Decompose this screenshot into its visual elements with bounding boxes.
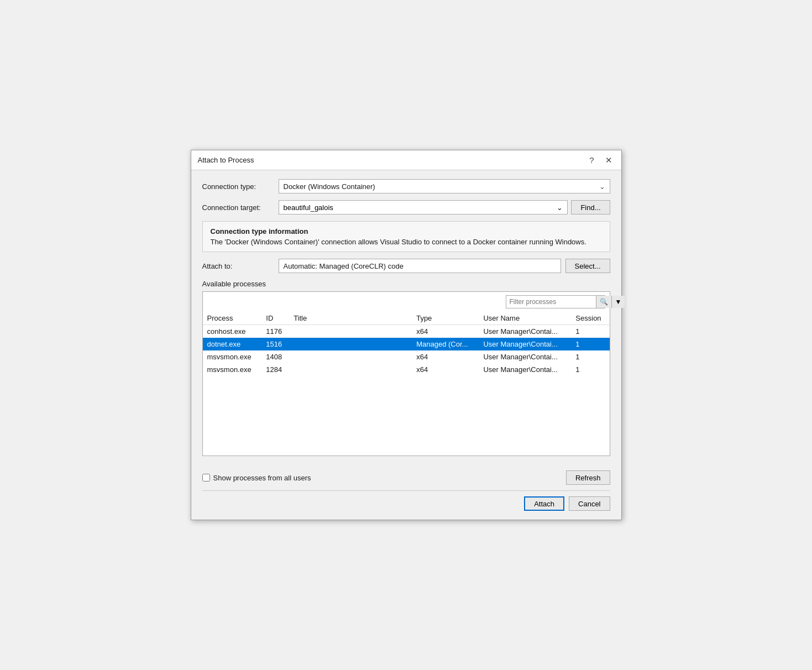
filter-search-button[interactable]: 🔍 <box>596 296 611 308</box>
filter-input-wrap[interactable]: 🔍 ▼ <box>506 295 605 308</box>
cell-session: 1 <box>571 338 609 350</box>
cell-username: User Manager\Contai... <box>479 325 571 338</box>
find-button[interactable]: Find... <box>571 200 610 214</box>
connection-target-input[interactable]: ⌄ <box>279 200 568 214</box>
cell-title <box>289 338 412 350</box>
table-row[interactable]: dotnet.exe 1516 Managed (Cor... User Man… <box>203 338 610 350</box>
footer-buttons: Attach Cancel <box>191 491 621 520</box>
cell-id: 1516 <box>261 338 289 350</box>
title-bar: Attach to Process ? ✕ <box>191 150 621 170</box>
connection-target-label: Connection target: <box>202 203 274 212</box>
connection-type-label: Connection type: <box>202 182 274 191</box>
cell-session: 1 <box>571 363 609 376</box>
col-session: Session <box>571 312 609 325</box>
available-processes-section: Available processes 🔍 ▼ Process <box>202 280 610 456</box>
cell-session: 1 <box>571 350 609 363</box>
col-id: ID <box>261 312 289 325</box>
chevron-down-icon: ⌄ <box>599 182 605 191</box>
connection-type-select[interactable]: Docker (Windows Container) ⌄ <box>279 179 610 193</box>
cell-type: x64 <box>412 363 479 376</box>
cell-id: 1176 <box>261 325 289 338</box>
cell-type: Managed (Cor... <box>412 338 479 350</box>
connection-target-row: Connection target: ⌄ Find... <box>202 200 610 214</box>
col-type: Type <box>412 312 479 325</box>
refresh-button[interactable]: Refresh <box>566 470 610 485</box>
connection-target-field[interactable] <box>284 203 557 212</box>
show-all-users-checkbox[interactable] <box>202 474 210 481</box>
cell-title <box>289 325 412 338</box>
dialog-title: Attach to Process <box>198 156 254 164</box>
connection-type-row: Connection type: Docker (Windows Contain… <box>202 179 610 193</box>
cell-process: msvsmon.exe <box>203 350 262 363</box>
cell-process: msvsmon.exe <box>203 363 262 376</box>
select-button[interactable]: Select... <box>565 259 610 273</box>
cell-username: User Manager\Contai... <box>479 350 571 363</box>
processes-container: 🔍 ▼ Process ID Title Type Use <box>202 291 610 456</box>
show-all-users-label[interactable]: Show processes from all users <box>213 474 311 482</box>
cell-title <box>289 363 412 376</box>
col-title: Title <box>289 312 412 325</box>
cancel-button[interactable]: Cancel <box>569 496 610 511</box>
table-row[interactable]: msvsmon.exe 1284 x64 User Manager\Contai… <box>203 363 610 376</box>
dropdown-arrow-icon: ⌄ <box>557 203 563 212</box>
cell-session: 1 <box>571 325 609 338</box>
table-row[interactable]: msvsmon.exe 1408 x64 User Manager\Contai… <box>203 350 610 363</box>
process-table-container: Process ID Title Type User Name Session … <box>203 312 610 456</box>
connection-info-text: The 'Docker (Windows Container)' connect… <box>211 238 602 246</box>
dialog-body: Connection type: Docker (Windows Contain… <box>191 170 621 465</box>
cell-process: conhost.exe <box>203 325 262 338</box>
cell-username: User Manager\Contai... <box>479 363 571 376</box>
cell-type: x64 <box>412 350 479 363</box>
cell-username: User Manager\Contai... <box>479 338 571 350</box>
cell-id: 1284 <box>261 363 289 376</box>
cell-type: x64 <box>412 325 479 338</box>
bottom-row: Show processes from all users Refresh <box>191 465 621 490</box>
filter-row: 🔍 ▼ <box>203 292 610 312</box>
attach-to-row: Attach to: Automatic: Managed (CoreCLR) … <box>202 259 610 273</box>
attach-button[interactable]: Attach <box>524 496 564 511</box>
cell-process: dotnet.exe <box>203 338 262 350</box>
attach-to-process-dialog: Attach to Process ? ✕ Connection type: D… <box>191 150 622 520</box>
available-processes-label: Available processes <box>202 280 610 288</box>
filter-processes-input[interactable] <box>506 297 596 307</box>
cell-id: 1408 <box>261 350 289 363</box>
process-table-body: conhost.exe 1176 x64 User Manager\Contai… <box>203 325 610 376</box>
attach-to-value: Automatic: Managed (CoreCLR) code <box>279 259 561 273</box>
connection-info-box: Connection type information The 'Docker … <box>202 221 610 252</box>
cell-title <box>289 350 412 363</box>
show-all-users-row: Show processes from all users <box>202 474 311 482</box>
col-process: Process <box>203 312 262 325</box>
table-header: Process ID Title Type User Name Session <box>203 312 610 325</box>
col-username: User Name <box>479 312 571 325</box>
attach-to-label: Attach to: <box>202 262 274 270</box>
help-button[interactable]: ? <box>587 155 596 165</box>
process-table: Process ID Title Type User Name Session … <box>203 312 610 376</box>
table-row[interactable]: conhost.exe 1176 x64 User Manager\Contai… <box>203 325 610 338</box>
filter-dropdown-button[interactable]: ▼ <box>611 296 625 308</box>
connection-info-title: Connection type information <box>211 227 602 235</box>
close-button[interactable]: ✕ <box>603 155 615 165</box>
